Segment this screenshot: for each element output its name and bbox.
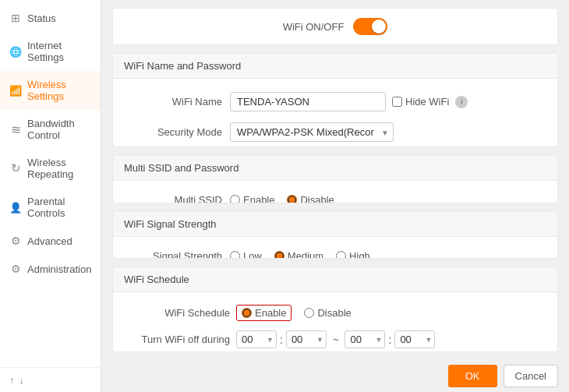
multi-ssid-enable-label[interactable]: Enable <box>230 194 274 203</box>
sidebar-item-parental[interactable]: Parental Controls <box>0 188 101 227</box>
to-hour-select[interactable]: 00010203 04050607 08091011 12131415 1617… <box>345 330 385 348</box>
sidebar-item-internet[interactable]: Internet Settings <box>0 32 101 71</box>
to-min-wrap: 00153045 ▼ <box>394 330 435 348</box>
wifi-name-password-card: WiFi Name and Password WiFi Name Hide Wi… <box>112 53 558 147</box>
signal-strength-card: WiFi Signal Strength Signal Strength Low… <box>112 211 558 259</box>
sidebar-label-repeating: Wireless Repeating <box>27 157 91 180</box>
signal-high-radio[interactable] <box>336 251 346 259</box>
schedule-radio-group: Enable Disable <box>236 305 352 321</box>
wifi-toggle-label: WiFi ON/OFF <box>283 21 345 33</box>
security-mode-label: Security Mode <box>129 126 222 138</box>
wifi-schedule-row: WiFi Schedule Enable Disable <box>129 300 542 326</box>
multi-ssid-row: Multi SSID Enable Disable <box>129 189 542 203</box>
signal-low-text: Low <box>243 250 262 259</box>
multi-ssid-disable-label[interactable]: Disable <box>287 194 334 203</box>
sidebar-item-wireless[interactable]: Wireless Settings <box>0 71 101 110</box>
multi-ssid-label: Multi SSID <box>129 194 222 203</box>
schedule-disable-radio[interactable] <box>304 308 314 318</box>
signal-low-radio[interactable] <box>230 251 240 259</box>
hide-wifi-checkbox[interactable] <box>392 97 402 107</box>
from-min-wrap: 00153045 ▼ <box>286 330 327 348</box>
signal-strength-header: WiFi Signal Strength <box>113 212 557 237</box>
wifi-name-row: WiFi Name Hide WiFi i <box>129 87 542 117</box>
wifi-name-password-body: WiFi Name Hide WiFi i Security Mode <box>113 79 557 147</box>
wifi-schedule-card: WiFi Schedule WiFi Schedule Enable <box>112 267 558 352</box>
signal-strength-row: Signal Strength Low Medium <box>129 245 542 259</box>
schedule-enable-text: Enable <box>255 307 286 319</box>
repeating-icon <box>9 162 22 175</box>
sidebar-item-bandwidth[interactable]: Bandwidth Control <box>0 110 101 149</box>
sidebar-label-internet: Internet Settings <box>27 40 91 63</box>
status-icon <box>9 12 22 24</box>
from-hour-select[interactable]: 00010203 04050607 08091011 12131415 1617… <box>236 330 277 348</box>
up-arrow-icon[interactable] <box>9 374 15 386</box>
sidebar-item-repeating[interactable]: Wireless Repeating <box>0 149 101 188</box>
hide-wifi-checkbox-label[interactable]: Hide WiFi <box>392 96 449 108</box>
time-to-separator: ~ <box>333 334 339 345</box>
schedule-disable-label[interactable]: Disable <box>304 307 351 319</box>
main-content: WiFi ON/OFF WiFi Name and Password WiFi … <box>101 0 569 360</box>
sidebar-label-bandwidth: Bandwidth Control <box>27 118 91 141</box>
sidebar-label-parental: Parental Controls <box>27 196 91 219</box>
sidebar-label-status: Status <box>27 12 56 24</box>
wifi-schedule-label: WiFi Schedule <box>129 307 230 319</box>
turn-off-row: Turn WiFi off during 00010203 04050607 0… <box>129 326 542 352</box>
toggle-track[interactable] <box>353 18 387 35</box>
wifi-name-label: WiFi Name <box>129 96 222 108</box>
signal-low-label[interactable]: Low <box>230 250 262 259</box>
security-mode-row: Security Mode WPA/WPA2-PSK Mixed(Recomme… <box>129 117 542 147</box>
from-min-select[interactable]: 00153045 <box>286 330 327 348</box>
multi-ssid-enable-radio[interactable] <box>230 195 240 203</box>
internet-icon <box>9 45 22 58</box>
cancel-button[interactable]: Cancel <box>504 365 558 387</box>
wifi-toggle-card: WiFi ON/OFF <box>112 8 558 45</box>
wireless-icon <box>9 84 22 97</box>
parental-icon <box>9 201 22 214</box>
advanced-icon <box>9 235 22 247</box>
wifi-name-input[interactable] <box>230 92 386 111</box>
signal-strength-radio-group: Low Medium High <box>230 250 370 259</box>
sidebar-label-wireless: Wireless Settings <box>27 79 91 102</box>
ok-button[interactable]: OK <box>448 365 497 387</box>
wifi-name-password-header: WiFi Name and Password <box>113 54 557 79</box>
to-hour-wrap: 00010203 04050607 08091011 12131415 1617… <box>345 330 385 348</box>
schedule-enable-radio[interactable] <box>242 308 252 318</box>
multi-ssid-body: Multi SSID Enable Disable <box>113 181 557 203</box>
time-sep-1: : <box>280 334 283 346</box>
signal-medium-text: Medium <box>288 250 323 259</box>
time-selectors: 00010203 04050607 08091011 12131415 1617… <box>236 330 435 348</box>
admin-icon <box>9 263 22 275</box>
schedule-enable-label[interactable]: Enable <box>236 305 292 321</box>
multi-ssid-card: Multi SSID and Password Multi SSID Enabl… <box>112 155 558 203</box>
signal-strength-label: Signal Strength <box>129 250 222 259</box>
multi-ssid-enable-text: Enable <box>243 194 274 203</box>
sidebar-bottom <box>0 367 101 392</box>
wifi-schedule-header: WiFi Schedule <box>113 267 557 292</box>
bandwidth-icon <box>9 123 22 136</box>
sidebar-label-advanced: Advanced <box>27 235 72 247</box>
from-hour-wrap: 00010203 04050607 08091011 12131415 1617… <box>236 330 277 348</box>
wifi-schedule-body: WiFi Schedule Enable Disable <box>113 292 557 352</box>
multi-ssid-header: Multi SSID and Password <box>113 156 557 181</box>
wifi-toggle-switch[interactable] <box>353 18 387 35</box>
time-sep-2: : <box>388 334 391 346</box>
security-mode-select-wrap: WPA/WPA2-PSK Mixed(Recommen WPA2-PSK WPA… <box>230 122 394 142</box>
toggle-thumb <box>372 19 386 34</box>
signal-medium-radio[interactable] <box>274 251 284 259</box>
sidebar-item-admin[interactable]: Administration <box>0 255 101 283</box>
security-mode-select[interactable]: WPA/WPA2-PSK Mixed(Recommen WPA2-PSK WPA… <box>230 122 394 142</box>
sidebar: Status Internet Settings Wireless Settin… <box>0 0 101 392</box>
multi-ssid-disable-text: Disable <box>300 194 334 203</box>
turn-off-label: Turn WiFi off during <box>129 334 230 345</box>
wifi-info-icon[interactable]: i <box>455 96 468 108</box>
sidebar-item-advanced[interactable]: Advanced <box>0 227 101 255</box>
signal-medium-label[interactable]: Medium <box>274 250 323 259</box>
signal-strength-body: Signal Strength Low Medium <box>113 237 557 259</box>
down-arrow-icon[interactable] <box>19 374 25 386</box>
signal-high-label[interactable]: High <box>336 250 370 259</box>
multi-ssid-disable-radio[interactable] <box>287 195 297 203</box>
hide-wifi-text: Hide WiFi <box>405 96 449 108</box>
sidebar-item-status[interactable]: Status <box>0 4 101 32</box>
sidebar-label-admin: Administration <box>27 263 91 275</box>
to-min-select[interactable]: 00153045 <box>394 330 435 348</box>
